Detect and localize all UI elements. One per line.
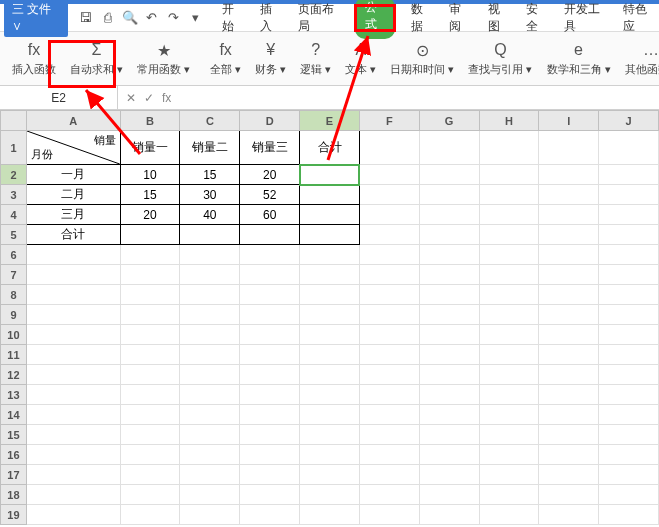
cell[interactable] [599, 305, 659, 325]
cell[interactable] [359, 265, 419, 285]
cell[interactable] [599, 345, 659, 365]
cell[interactable] [539, 445, 599, 465]
tab-layout[interactable]: 页面布局 [296, 0, 341, 39]
cell[interactable] [599, 165, 659, 185]
cell[interactable] [300, 225, 360, 245]
cell[interactable] [300, 485, 360, 505]
cell[interactable] [479, 385, 539, 405]
cell[interactable] [539, 245, 599, 265]
insert-function-button[interactable]: fx 插入函数 [6, 35, 62, 83]
cell[interactable] [120, 485, 180, 505]
cell[interactable] [599, 445, 659, 465]
row-header[interactable]: 19 [1, 505, 27, 525]
cell[interactable] [240, 465, 300, 485]
cell[interactable] [599, 225, 659, 245]
cell[interactable] [419, 425, 479, 445]
cell[interactable] [539, 225, 599, 245]
cell[interactable]: 二月 [26, 185, 120, 205]
cell[interactable] [539, 345, 599, 365]
cell[interactable]: 52 [240, 185, 300, 205]
cell[interactable] [300, 425, 360, 445]
cell[interactable] [300, 185, 360, 205]
cell[interactable] [120, 325, 180, 345]
cell[interactable] [26, 485, 120, 505]
cell[interactable] [120, 465, 180, 485]
cell[interactable] [26, 265, 120, 285]
cell[interactable] [240, 305, 300, 325]
cell[interactable] [26, 425, 120, 445]
cell[interactable] [240, 405, 300, 425]
cell[interactable] [359, 465, 419, 485]
cell[interactable] [26, 505, 120, 525]
cell[interactable] [300, 405, 360, 425]
row-header[interactable]: 13 [1, 385, 27, 405]
cell[interactable] [26, 305, 120, 325]
cell[interactable] [120, 225, 180, 245]
cell[interactable] [26, 325, 120, 345]
cell[interactable] [419, 325, 479, 345]
cell[interactable] [479, 285, 539, 305]
cell[interactable] [599, 365, 659, 385]
cell[interactable] [539, 131, 599, 165]
cell[interactable] [26, 345, 120, 365]
cell[interactable] [419, 485, 479, 505]
cell[interactable] [300, 305, 360, 325]
row-header[interactable]: 7 [1, 265, 27, 285]
cell[interactable] [180, 425, 240, 445]
cell[interactable] [479, 485, 539, 505]
file-menu[interactable]: 三 文件 ∨ [4, 0, 68, 37]
cell[interactable]: 合计 [300, 131, 360, 165]
cell[interactable] [539, 305, 599, 325]
cell[interactable] [479, 265, 539, 285]
cell[interactable] [120, 385, 180, 405]
cell[interactable] [180, 285, 240, 305]
cell[interactable] [539, 425, 599, 445]
cell[interactable] [240, 345, 300, 365]
redo-icon[interactable]: ↷ [166, 10, 182, 26]
cell[interactable] [359, 305, 419, 325]
cell[interactable] [479, 305, 539, 325]
cell[interactable] [300, 465, 360, 485]
cell[interactable] [300, 245, 360, 265]
cell[interactable] [419, 185, 479, 205]
tab-data[interactable]: 数据 [409, 0, 433, 39]
cell[interactable] [479, 365, 539, 385]
tab-security[interactable]: 安全 [524, 0, 548, 39]
cell[interactable] [300, 445, 360, 465]
cell[interactable] [539, 465, 599, 485]
cell[interactable] [26, 445, 120, 465]
row-1-header[interactable]: 1 [1, 131, 27, 165]
cell[interactable] [180, 385, 240, 405]
cell[interactable] [26, 385, 120, 405]
cell[interactable] [359, 425, 419, 445]
cell[interactable]: 15 [120, 185, 180, 205]
cell[interactable] [120, 245, 180, 265]
cell[interactable] [26, 405, 120, 425]
math-fn-button[interactable]: e 数学和三角 ▾ [541, 35, 617, 83]
datetime-fn-button[interactable]: ⊙ 日期和时间 ▾ [384, 35, 460, 83]
cell[interactable] [419, 131, 479, 165]
text-fn-button[interactable]: A 文本 ▾ [339, 35, 382, 83]
save-icon[interactable]: 🖫 [78, 10, 94, 26]
qat-dd-icon[interactable]: ▾ [188, 10, 204, 26]
cell[interactable]: 销量 月份 [26, 131, 120, 165]
cell[interactable] [180, 485, 240, 505]
cell[interactable] [419, 505, 479, 525]
cell[interactable] [300, 365, 360, 385]
row-4-header[interactable]: 4 [1, 205, 27, 225]
cell[interactable] [539, 505, 599, 525]
row-header[interactable]: 10 [1, 325, 27, 345]
cell[interactable] [180, 325, 240, 345]
cell[interactable] [539, 365, 599, 385]
cell[interactable] [359, 131, 419, 165]
cell[interactable] [419, 445, 479, 465]
row-header[interactable]: 17 [1, 465, 27, 485]
cell[interactable] [359, 185, 419, 205]
cell[interactable]: 15 [180, 165, 240, 185]
cell[interactable]: 合计 [26, 225, 120, 245]
cell[interactable] [539, 265, 599, 285]
cell[interactable] [419, 285, 479, 305]
cell[interactable]: 20 [120, 205, 180, 225]
cell[interactable] [240, 425, 300, 445]
cell[interactable] [120, 305, 180, 325]
